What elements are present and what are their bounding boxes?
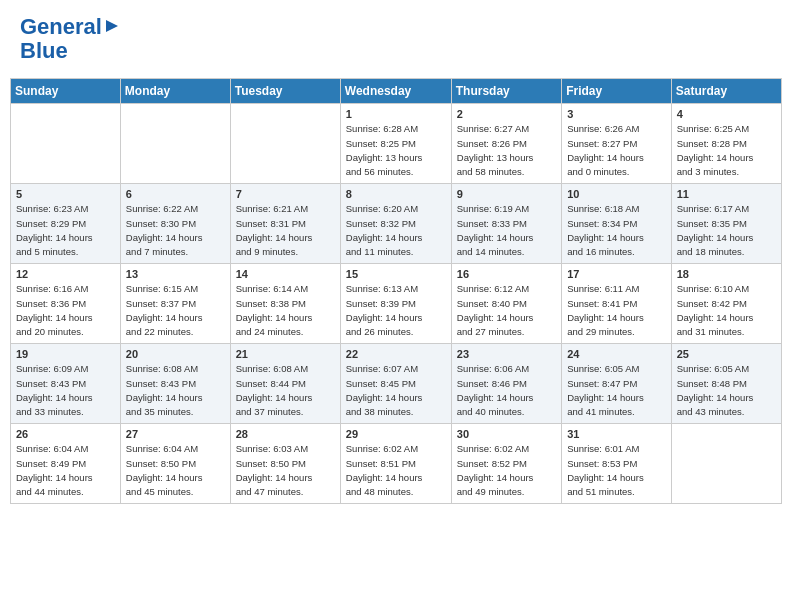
day-info-line: and 16 minutes. bbox=[567, 246, 635, 257]
calendar-cell: 12Sunrise: 6:16 AMSunset: 8:36 PMDayligh… bbox=[11, 264, 121, 344]
day-info-line: and 31 minutes. bbox=[677, 326, 745, 337]
day-info-line: and 47 minutes. bbox=[236, 486, 304, 497]
day-info-line: Daylight: 14 hours bbox=[457, 232, 534, 243]
day-info-line: Sunset: 8:50 PM bbox=[126, 458, 196, 469]
day-info-line: and 0 minutes. bbox=[567, 166, 629, 177]
day-info-line: and 5 minutes. bbox=[16, 246, 78, 257]
day-info: Sunrise: 6:04 AMSunset: 8:50 PMDaylight:… bbox=[126, 442, 225, 499]
day-number: 5 bbox=[16, 188, 115, 200]
day-info-line: Sunset: 8:50 PM bbox=[236, 458, 306, 469]
day-info-line: and 11 minutes. bbox=[346, 246, 414, 257]
day-info-line: Daylight: 14 hours bbox=[126, 392, 203, 403]
day-number: 11 bbox=[677, 188, 776, 200]
calendar-cell: 13Sunrise: 6:15 AMSunset: 8:37 PMDayligh… bbox=[120, 264, 230, 344]
day-number: 24 bbox=[567, 348, 666, 360]
weekday-header-saturday: Saturday bbox=[671, 79, 781, 104]
calendar-cell: 27Sunrise: 6:04 AMSunset: 8:50 PMDayligh… bbox=[120, 424, 230, 504]
day-info-line: and 20 minutes. bbox=[16, 326, 84, 337]
calendar-cell: 15Sunrise: 6:13 AMSunset: 8:39 PMDayligh… bbox=[340, 264, 451, 344]
day-info-line: Daylight: 14 hours bbox=[677, 312, 754, 323]
day-info-line: Daylight: 14 hours bbox=[457, 392, 534, 403]
page-header: General Blue bbox=[10, 10, 782, 68]
logo-general: General bbox=[20, 15, 102, 39]
day-info: Sunrise: 6:18 AMSunset: 8:34 PMDaylight:… bbox=[567, 202, 666, 259]
day-number: 16 bbox=[457, 268, 556, 280]
day-info-line: Sunrise: 6:02 AM bbox=[457, 443, 529, 454]
day-info-line: Sunrise: 6:09 AM bbox=[16, 363, 88, 374]
calendar-cell: 10Sunrise: 6:18 AMSunset: 8:34 PMDayligh… bbox=[562, 184, 672, 264]
day-info: Sunrise: 6:07 AMSunset: 8:45 PMDaylight:… bbox=[346, 362, 446, 419]
day-number: 30 bbox=[457, 428, 556, 440]
day-info-line: Sunset: 8:29 PM bbox=[16, 218, 86, 229]
day-info-line: Sunrise: 6:27 AM bbox=[457, 123, 529, 134]
day-number: 2 bbox=[457, 108, 556, 120]
day-info-line: Daylight: 14 hours bbox=[16, 232, 93, 243]
day-info-line: Sunrise: 6:22 AM bbox=[126, 203, 198, 214]
day-number: 26 bbox=[16, 428, 115, 440]
day-info-line: Sunrise: 6:06 AM bbox=[457, 363, 529, 374]
day-info-line: Sunrise: 6:10 AM bbox=[677, 283, 749, 294]
day-info: Sunrise: 6:05 AMSunset: 8:47 PMDaylight:… bbox=[567, 362, 666, 419]
day-info-line: Daylight: 14 hours bbox=[346, 472, 423, 483]
day-info-line: and 49 minutes. bbox=[457, 486, 525, 497]
day-info-line: and 35 minutes. bbox=[126, 406, 194, 417]
day-info-line: Sunset: 8:32 PM bbox=[346, 218, 416, 229]
day-number: 6 bbox=[126, 188, 225, 200]
day-info-line: and 22 minutes. bbox=[126, 326, 194, 337]
day-info: Sunrise: 6:20 AMSunset: 8:32 PMDaylight:… bbox=[346, 202, 446, 259]
day-info: Sunrise: 6:23 AMSunset: 8:29 PMDaylight:… bbox=[16, 202, 115, 259]
day-info-line: Sunset: 8:40 PM bbox=[457, 298, 527, 309]
weekday-header-friday: Friday bbox=[562, 79, 672, 104]
day-info-line: Sunset: 8:48 PM bbox=[677, 378, 747, 389]
calendar-cell bbox=[120, 104, 230, 184]
weekday-header-tuesday: Tuesday bbox=[230, 79, 340, 104]
day-info-line: Daylight: 14 hours bbox=[677, 152, 754, 163]
day-info-line: and 27 minutes. bbox=[457, 326, 525, 337]
calendar-cell: 14Sunrise: 6:14 AMSunset: 8:38 PMDayligh… bbox=[230, 264, 340, 344]
day-info-line: and 56 minutes. bbox=[346, 166, 414, 177]
day-number: 31 bbox=[567, 428, 666, 440]
day-number: 14 bbox=[236, 268, 335, 280]
weekday-header-row: SundayMondayTuesdayWednesdayThursdayFrid… bbox=[11, 79, 782, 104]
day-info-line: Sunset: 8:51 PM bbox=[346, 458, 416, 469]
day-number: 17 bbox=[567, 268, 666, 280]
calendar-cell: 7Sunrise: 6:21 AMSunset: 8:31 PMDaylight… bbox=[230, 184, 340, 264]
day-info-line: Daylight: 14 hours bbox=[457, 472, 534, 483]
day-info: Sunrise: 6:25 AMSunset: 8:28 PMDaylight:… bbox=[677, 122, 776, 179]
day-info-line: Sunrise: 6:04 AM bbox=[126, 443, 198, 454]
day-info-line: Daylight: 14 hours bbox=[16, 472, 93, 483]
calendar-week-1: 1Sunrise: 6:28 AMSunset: 8:25 PMDaylight… bbox=[11, 104, 782, 184]
calendar-cell: 1Sunrise: 6:28 AMSunset: 8:25 PMDaylight… bbox=[340, 104, 451, 184]
day-info-line: Sunrise: 6:08 AM bbox=[236, 363, 308, 374]
day-info-line: Sunset: 8:47 PM bbox=[567, 378, 637, 389]
day-info-line: Sunrise: 6:12 AM bbox=[457, 283, 529, 294]
day-info-line: Sunrise: 6:19 AM bbox=[457, 203, 529, 214]
day-info: Sunrise: 6:28 AMSunset: 8:25 PMDaylight:… bbox=[346, 122, 446, 179]
day-info: Sunrise: 6:04 AMSunset: 8:49 PMDaylight:… bbox=[16, 442, 115, 499]
day-info-line: Sunrise: 6:13 AM bbox=[346, 283, 418, 294]
day-number: 8 bbox=[346, 188, 446, 200]
day-info-line: Sunrise: 6:03 AM bbox=[236, 443, 308, 454]
calendar-cell: 2Sunrise: 6:27 AMSunset: 8:26 PMDaylight… bbox=[451, 104, 561, 184]
day-info: Sunrise: 6:10 AMSunset: 8:42 PMDaylight:… bbox=[677, 282, 776, 339]
calendar-cell: 30Sunrise: 6:02 AMSunset: 8:52 PMDayligh… bbox=[451, 424, 561, 504]
day-info-line: Sunset: 8:36 PM bbox=[16, 298, 86, 309]
day-info-line: Sunset: 8:27 PM bbox=[567, 138, 637, 149]
day-info-line: and 24 minutes. bbox=[236, 326, 304, 337]
day-number: 28 bbox=[236, 428, 335, 440]
day-info-line: Sunrise: 6:04 AM bbox=[16, 443, 88, 454]
day-info-line: Daylight: 14 hours bbox=[126, 232, 203, 243]
day-number: 3 bbox=[567, 108, 666, 120]
calendar-week-3: 12Sunrise: 6:16 AMSunset: 8:36 PMDayligh… bbox=[11, 264, 782, 344]
day-info-line: Sunrise: 6:20 AM bbox=[346, 203, 418, 214]
day-info-line: Sunset: 8:45 PM bbox=[346, 378, 416, 389]
logo: General Blue bbox=[20, 15, 120, 63]
calendar-table: SundayMondayTuesdayWednesdayThursdayFrid… bbox=[10, 78, 782, 504]
calendar-cell: 8Sunrise: 6:20 AMSunset: 8:32 PMDaylight… bbox=[340, 184, 451, 264]
day-number: 9 bbox=[457, 188, 556, 200]
day-info-line: and 29 minutes. bbox=[567, 326, 635, 337]
day-info-line: and 33 minutes. bbox=[16, 406, 84, 417]
day-info-line: Daylight: 14 hours bbox=[346, 392, 423, 403]
day-info-line: Daylight: 14 hours bbox=[236, 392, 313, 403]
day-info-line: Daylight: 14 hours bbox=[457, 312, 534, 323]
